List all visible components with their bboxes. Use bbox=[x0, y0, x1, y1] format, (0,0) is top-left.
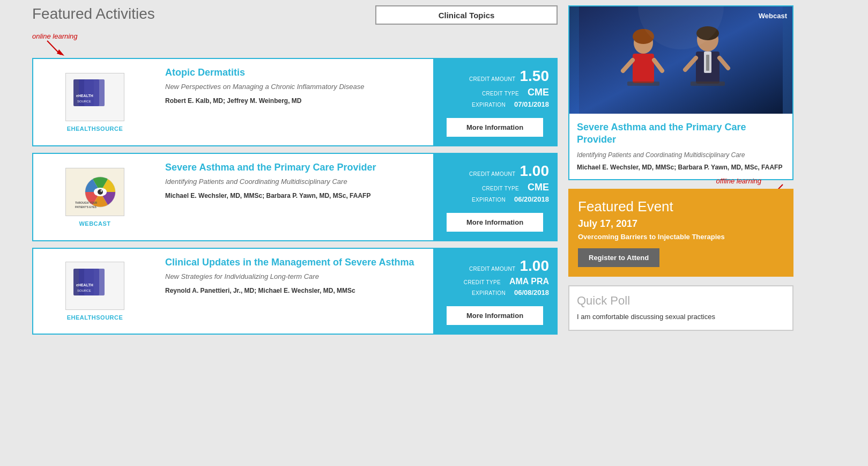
activity-card-severe-asthma: THROUGH YOUR PATIENT'S EYES WEBCAST Seve… bbox=[32, 153, 558, 241]
ehealthsource-logo-1: eHEALTH SOURCE bbox=[65, 73, 124, 121]
card-middle-3: Clinical Updates in the Management of Se… bbox=[157, 249, 433, 334]
webcast-authors: Michael E. Wechsler, MD, MMSc; Barbara P… bbox=[577, 163, 785, 172]
featured-event-wrapper: offline learning Featured Event July 17,… bbox=[568, 189, 793, 277]
expiration-value-1: 07/01/2018 bbox=[514, 100, 549, 108]
credit-amount-value-2: 1.00 bbox=[520, 162, 550, 180]
card-source-label-1: EHEALTHSOURCE bbox=[67, 125, 123, 132]
card-right-3: CREDIT AMOUNT 1.00 CREDIT TYPE AMA PRA E… bbox=[433, 249, 557, 334]
card-authors-3: Reynold A. Panettieri, Jr., MD; Michael … bbox=[165, 286, 425, 295]
webcast-title: Severe Asthma and the Primary Care Provi… bbox=[577, 121, 785, 146]
page-title: Featured Activities bbox=[32, 5, 375, 23]
card-right-2: CREDIT AMOUNT 1.00 CREDIT TYPE CME EXPIR… bbox=[433, 154, 557, 240]
card-middle-1: Atopic Dermatitis New Perspectives on Ma… bbox=[157, 59, 433, 145]
card-left-1: eHEALTH SOURCE EHEALTHSOURCE bbox=[33, 59, 157, 145]
clinical-topics-button[interactable]: Clinical Topics bbox=[375, 5, 558, 25]
card-authors-2: Michael E. Wechsler, MD, MMSc; Barbara P… bbox=[165, 191, 425, 201]
quick-poll-title: Quick Poll bbox=[577, 294, 785, 308]
credit-type-value-2: CME bbox=[528, 182, 549, 193]
card-title-1: Atopic Dermatitis bbox=[165, 66, 425, 79]
register-button[interactable]: Register to Attend bbox=[578, 248, 659, 267]
card-subtitle-3: New Strategies for Individualizing Long-… bbox=[165, 272, 425, 282]
svg-text:THROUGH YOUR: THROUGH YOUR bbox=[75, 201, 97, 204]
credit-amount-label-3: CREDIT AMOUNT bbox=[469, 266, 516, 272]
featured-event-desc: Overcoming Barriers to Injectable Therap… bbox=[578, 233, 784, 241]
quick-poll-text: I am comfortable discussing sexual pract… bbox=[577, 312, 785, 322]
credit-type-value-3: AMA PRA bbox=[509, 277, 549, 286]
featured-event-card: Featured Event July 17, 2017 Overcoming … bbox=[568, 189, 793, 277]
webcast-logo-2: THROUGH YOUR PATIENT'S EYES bbox=[65, 168, 124, 216]
credit-amount-label-1: CREDIT AMOUNT bbox=[469, 76, 516, 82]
ehealthsource-logo-3: eHEALTH SOURCE bbox=[65, 262, 124, 310]
svg-rect-31 bbox=[627, 82, 659, 86]
card-title-3: Clinical Updates in the Management of Se… bbox=[165, 256, 425, 269]
card-source-label-3: EHEALTHSOURCE bbox=[67, 314, 123, 321]
featured-event-date: July 17, 2017 bbox=[578, 218, 784, 230]
credit-type-label-2: CREDIT TYPE bbox=[482, 186, 519, 191]
credit-amount-value-3: 1.00 bbox=[520, 257, 550, 275]
more-info-button-3[interactable]: More Information bbox=[447, 306, 543, 325]
online-learning-label: online learning bbox=[32, 32, 78, 40]
card-subtitle-1: New Perspectives on Managing a Chronic I… bbox=[165, 82, 425, 92]
card-source-label-2: WEBCAST bbox=[79, 220, 110, 227]
card-left-2: THROUGH YOUR PATIENT'S EYES WEBCAST bbox=[33, 154, 157, 240]
webcast-subtitle: Identifying Patients and Coordinating Mu… bbox=[577, 151, 785, 160]
svg-point-10 bbox=[101, 190, 102, 191]
card-right-1: CREDIT AMOUNT 1.50 CREDIT TYPE CME EXPIR… bbox=[433, 59, 557, 145]
more-info-button-1[interactable]: More Information bbox=[447, 118, 543, 137]
webcast-content: Severe Asthma and the Primary Care Provi… bbox=[569, 114, 792, 179]
credit-amount-label-2: CREDIT AMOUNT bbox=[469, 171, 516, 177]
credit-amount-value-1: 1.50 bbox=[520, 68, 550, 85]
card-left-3: eHEALTH SOURCE EHEALTHSOURCE bbox=[33, 249, 157, 334]
svg-rect-28 bbox=[706, 55, 709, 71]
svg-rect-32 bbox=[691, 82, 725, 86]
credit-type-value-1: CME bbox=[528, 87, 549, 98]
activity-card-clinical-updates: eHEALTH SOURCE EHEALTHSOURCE Clinical Up… bbox=[32, 248, 558, 335]
expiration-label-3: EXPIRATION bbox=[472, 290, 506, 296]
activity-card-atopic-dermatitis: eHEALTH SOURCE EHEALTHSOURCE Atopic Derm… bbox=[32, 58, 558, 146]
expiration-label-2: EXPIRATION bbox=[472, 197, 506, 203]
svg-text:eHEALTH: eHEALTH bbox=[76, 94, 93, 98]
featured-event-title: Featured Event bbox=[578, 198, 784, 215]
expiration-value-2: 06/20/2018 bbox=[514, 195, 549, 203]
svg-text:PATIENT'S EYES: PATIENT'S EYES bbox=[75, 205, 97, 209]
webcast-badge: Webcast bbox=[759, 12, 787, 20]
card-subtitle-2: Identifying Patients and Coordinating Mu… bbox=[165, 177, 425, 187]
quick-poll-card: Quick Poll I am comfortable discussing s… bbox=[568, 285, 793, 330]
expiration-value-3: 06/08/2018 bbox=[514, 289, 549, 297]
svg-point-9 bbox=[98, 189, 103, 195]
card-middle-2: Severe Asthma and the Primary Care Provi… bbox=[157, 154, 433, 240]
offline-learning-label: offline learning bbox=[716, 177, 761, 185]
webcast-image: Webcast bbox=[569, 6, 792, 114]
svg-rect-21 bbox=[633, 54, 654, 83]
expiration-label-1: EXPIRATION bbox=[472, 102, 506, 108]
svg-text:eHEALTH: eHEALTH bbox=[76, 283, 93, 287]
card-title-2: Severe Asthma and the Primary Care Provi… bbox=[165, 161, 425, 174]
credit-type-label-1: CREDIT TYPE bbox=[482, 91, 519, 97]
card-authors-1: Robert E. Kalb, MD; Jeffrey M. Weinberg,… bbox=[165, 97, 425, 106]
svg-text:SOURCE: SOURCE bbox=[77, 289, 91, 292]
online-arrow-icon bbox=[42, 40, 71, 58]
svg-text:SOURCE: SOURCE bbox=[77, 100, 91, 103]
more-info-button-2[interactable]: More Information bbox=[447, 213, 543, 232]
credit-type-label-3: CREDIT TYPE bbox=[464, 279, 501, 285]
svg-marker-1 bbox=[57, 49, 64, 56]
webcast-featured-card: Webcast bbox=[568, 5, 793, 180]
